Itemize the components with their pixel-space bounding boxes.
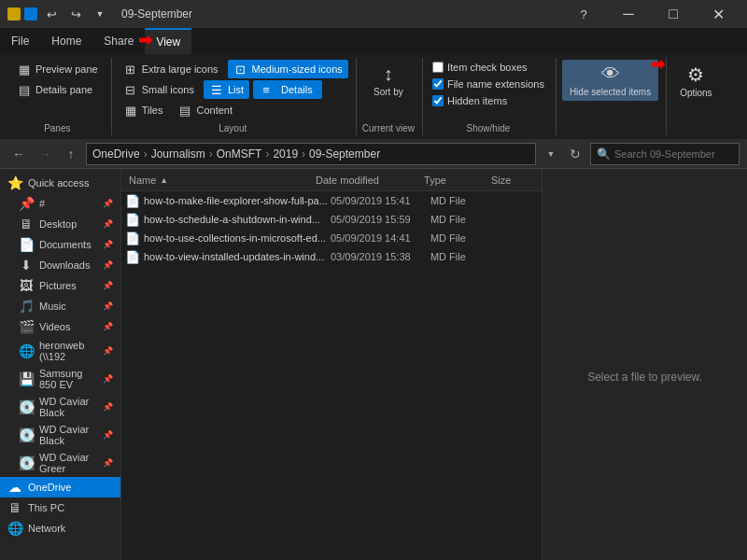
sidebar-item-label: Downloads (39, 259, 90, 271)
addr-sep1: › (144, 147, 148, 161)
videos-icon: 🎬 (19, 319, 34, 334)
file-name-ext-toggle[interactable]: File name extensions (429, 77, 548, 91)
ribbon-content: ▦ Preview pane ▤ Details pane Panes ⊞ (0, 54, 747, 139)
titlebar-left: ↩ ↪ ▼ 09-September (7, 4, 192, 24)
file-date: 05/09/2019 15:41 (331, 195, 430, 206)
close-button[interactable]: ✕ (697, 0, 740, 28)
sidebar-item-network[interactable]: 🌐 Network (0, 518, 120, 539)
options-btn[interactable]: ⚙ Options (672, 60, 719, 102)
preview-message: Select a file to preview. (587, 371, 702, 384)
item-checkboxes-input[interactable] (432, 62, 444, 73)
search-icon: 🔍 (597, 147, 611, 161)
forward-button[interactable]: → (34, 143, 56, 165)
address-bar[interactable]: OneDrive › Journalism › OnMSFT › 2019 › … (86, 143, 536, 165)
sidebar-item-label: Pictures (39, 280, 77, 291)
sidebar-item-onedrive[interactable]: ☁ OneDrive (0, 477, 120, 497)
preview-pane: Select a file to preview. (542, 169, 747, 560)
app-icon-yellow (7, 7, 21, 21)
file-list-body: 📄 how-to-make-file-explorer-show-full-pa… (121, 191, 542, 560)
hidden-items-toggle[interactable]: Hidden items (429, 93, 548, 108)
col-name-header[interactable]: Name ▲ (125, 175, 312, 186)
addr-refresh-btn[interactable]: ↻ (564, 143, 586, 165)
sidebar-item-heronweb[interactable]: 🌐 heronweb (\\192 📌 (0, 337, 120, 365)
sidebar-item-downloads[interactable]: ⬇ Downloads 📌 (0, 255, 120, 275)
redo-btn[interactable]: ↪ (65, 4, 86, 24)
panes-content: ▦ Preview pane ▤ Details pane (11, 60, 104, 119)
sidebar-item-wd3[interactable]: 💽 WD Caviar Greer 📌 (0, 449, 120, 477)
col-size-header[interactable]: Size (487, 175, 538, 186)
file-date: 05/09/2019 14:41 (331, 232, 430, 244)
pin-icon: 📌 (103, 430, 113, 440)
table-row[interactable]: 📄 how-to-schedule-a-shutdown-in-wind... … (121, 210, 542, 229)
tab-share[interactable]: Share (92, 28, 145, 54)
sidebar-item-pictures[interactable]: 🖼 Pictures 📌 (0, 275, 120, 296)
sidebar-item-label: Network (28, 523, 65, 534)
small-icons-btn[interactable]: ⊟ Small icons (118, 80, 200, 99)
table-row[interactable]: 📄 how-to-make-file-explorer-show-full-pa… (121, 191, 542, 210)
back-button[interactable]: ← (7, 143, 30, 165)
currentview-content: ↕ Sort by (362, 60, 415, 119)
details-icon: ≡ (259, 82, 274, 97)
sidebar-item-hash[interactable]: 📌 # 📌 (0, 193, 120, 214)
quick-access-bar: ↩ ↪ ▼ (7, 4, 110, 24)
hidden-items-input[interactable] (432, 95, 444, 106)
hash-icon: 📌 (19, 196, 34, 211)
sidebar-item-desktop[interactable]: 🖥 Desktop 📌 (0, 214, 120, 234)
extra-large-icon: ⊞ (123, 62, 138, 77)
sidebar-item-wd1[interactable]: 💽 WD Caviar Black 📌 (0, 393, 120, 421)
help-button[interactable]: ? (562, 0, 605, 28)
medium-sized-icons-btn[interactable]: ⊡ Medium-sized icons (228, 60, 348, 78)
hide-selected-btn[interactable]: 👁 Hide selected items (562, 60, 658, 101)
content-btn[interactable]: ▤ Content (172, 101, 238, 119)
table-row[interactable]: 📄 how-to-use-collections-in-microsoft-ed… (121, 229, 542, 247)
search-bar[interactable]: 🔍 (590, 143, 740, 165)
details-btn[interactable]: ≡ Details (253, 80, 322, 99)
search-input[interactable] (614, 148, 733, 160)
col-type-header[interactable]: Type (420, 175, 487, 186)
maximize-button[interactable]: □ (652, 0, 695, 28)
sidebar-item-videos[interactable]: 🎬 Videos 📌 (0, 316, 120, 337)
tab-view[interactable]: View (145, 28, 191, 54)
file-name: how-to-schedule-a-shutdown-in-wind... (144, 214, 331, 225)
file-icon: 📄 (125, 193, 140, 208)
table-row[interactable]: 📄 how-to-view-installed-updates-in-wind.… (121, 247, 542, 266)
sidebar-item-music[interactable]: 🎵 Music 📌 (0, 296, 120, 316)
file-icon: 📄 (125, 231, 140, 245)
tiles-btn[interactable]: ▦ Tiles (118, 101, 169, 119)
options-icon: ⚙ (687, 63, 704, 86)
undo-btn[interactable]: ↩ (41, 4, 62, 24)
addr-dropdown-btn[interactable]: ▼ (540, 143, 562, 165)
dropdown-arrow[interactable]: ▼ (90, 4, 110, 24)
sort-by-btn[interactable]: ↕ Sort by (362, 60, 415, 101)
quickaccess-icon: ⭐ (7, 175, 22, 190)
file-name-ext-input[interactable] (432, 78, 444, 90)
tab-home[interactable]: Home (40, 28, 92, 54)
preview-pane-btn[interactable]: ▦ Preview pane (11, 60, 104, 78)
sort-by-icon: ↕ (384, 63, 393, 85)
sidebar-item-wd2[interactable]: 💽 WD Caviar Black 📌 (0, 421, 120, 449)
col-date-header[interactable]: Date modified (312, 175, 420, 186)
addr-part-journalism: Journalism (151, 147, 205, 161)
sidebar-item-documents[interactable]: 📄 Documents 📌 (0, 234, 120, 255)
sidebar-item-samsung[interactable]: 💾 Samsung 850 EV 📌 (0, 365, 120, 393)
music-icon: 🎵 (19, 299, 34, 314)
list-btn[interactable]: ☰ List (204, 80, 249, 99)
up-button[interactable]: ↑ (60, 143, 82, 165)
details-pane-btn[interactable]: ▤ Details pane (11, 80, 104, 99)
sidebar-item-label: WD Caviar Black (39, 396, 97, 418)
ribbon-group-panes: ▦ Preview pane ▤ Details pane Panes (7, 58, 112, 135)
item-checkboxes-toggle[interactable]: Item check boxes (429, 60, 548, 75)
extra-large-icons-btn[interactable]: ⊞ Extra large icons (118, 60, 224, 78)
sidebar-item-quickaccess[interactable]: ⭐ Quick access (0, 173, 120, 193)
network-icon: 🌐 (7, 521, 22, 536)
sidebar-item-thispc[interactable]: 🖥 This PC (0, 497, 120, 518)
minimize-button[interactable]: ─ (607, 0, 650, 28)
ribbon: ➡ ➡ File Home Share View ▦ Preview pane … (0, 28, 747, 139)
main-area: ⭐ Quick access 📌 # 📌 🖥 Desktop 📌 📄 Docum… (0, 169, 747, 560)
file-icon: 📄 (125, 212, 140, 227)
hideselected-content: 👁 Hide selected items (562, 60, 658, 133)
tab-file[interactable]: File (0, 28, 40, 54)
titlebar-controls: ? ─ □ ✕ (562, 0, 740, 28)
ribbon-group-showhide: Item check boxes File name extensions Hi… (425, 58, 557, 135)
heronweb-icon: 🌐 (19, 343, 34, 358)
